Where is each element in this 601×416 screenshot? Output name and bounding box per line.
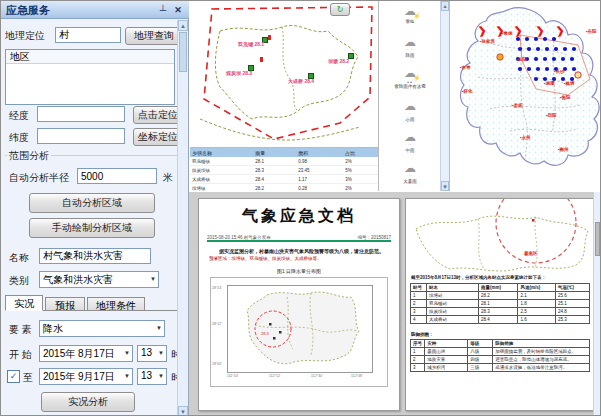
doc-meta-date: 2015-08-20 15:46 村气象台发布 [207,235,271,240]
city-label: ▪邵阳 [546,113,557,118]
geo-locate-label: 地理定位 [5,29,45,43]
rain-station-dot [543,57,547,61]
latitude-input[interactable] [37,128,125,144]
rain-station-dot [536,47,540,51]
table-row[interactable]: 双凫铺镇28.10.982% [190,157,378,166]
city-label: ▪益阳 [516,57,527,62]
y-tick: 28°12' [212,322,222,326]
station-label: 煤炭坝 28.3 [226,70,252,76]
rain-station-dot [527,67,531,71]
pin-icon[interactable]: ┴ [157,4,169,16]
table-row[interactable]: 坝塘镇28.20.282% [190,184,378,193]
type-select[interactable]: 气象和洪水灾害▼ [39,271,159,288]
document-preview-area: 气象应急文档 2015-08-20 15:46 村气象台发布 编号：201508… [189,192,601,416]
start-date-select[interactable]: 2015年 8月17日▼ [39,345,133,362]
legend-scrollbar[interactable]: ▲ ▼ [440,1,449,191]
region-listbox[interactable]: 地区 [5,49,175,105]
doc-note-line: 截至2015年8月17日13时，分析区域内各站点实况要素统计如下表： [411,275,589,280]
local-map-canvas [190,1,378,147]
scroll-down-icon[interactable]: ▼ [178,406,188,416]
local-map-table[interactable]: 乡镇名称 雨量 面积 占比 双凫铺镇28.10.982% 煤炭坝镇28.323.… [190,147,378,192]
document-scrollbar[interactable] [593,192,601,416]
table-row[interactable]: 煤炭坝镇28.323.455% [190,166,378,175]
start-label: 开 始 [9,348,32,362]
scroll-up-icon[interactable]: ▲ [178,20,188,31]
document-scroll-thumb[interactable] [595,222,600,256]
rain-station-dot [543,37,547,41]
thunder-cloud-icon: ☁⚡ [379,5,441,18]
chevron-down-icon: ▼ [150,276,156,282]
coord-locate-button[interactable]: 坐标定位 [133,128,183,146]
end-date-select[interactable]: 2015年 9月17日▼ [39,368,133,385]
panel-scroll-thumb[interactable] [179,32,187,72]
col-area: 面积 [296,148,343,157]
range-group-label: 范围分析 [7,149,51,163]
start-hour-select[interactable]: 13▼ [137,345,167,362]
chevron-down-icon: ▼ [158,373,164,379]
scroll-down-icon[interactable]: ▼ [441,181,449,191]
latitude-label: 纬度 [9,131,29,145]
x-tick: 112°48' [351,374,363,378]
radius-input[interactable] [77,168,157,184]
table-row[interactable]: 大成桥镇28.41.173% [190,175,378,184]
document-page-2: 暴雨区 截至2015年8月17日13时，分析区域内各站点实况要素统计如下表： 站… [405,198,595,411]
chevron-down-icon: ▼ [156,325,162,331]
tab-live[interactable]: 实况 [5,295,43,311]
auto-analyze-area-button[interactable]: 自动分析区域 [29,193,155,213]
geo-locate-input[interactable] [55,27,121,43]
city-label: ▪永州 [520,135,531,140]
tab-forecast[interactable]: 预报 [45,297,85,311]
y-tick: 28°24' [212,286,222,290]
rain-station-dot [525,37,529,41]
click-locate-button[interactable]: 点击定位 [133,106,183,124]
tab-geo-condition[interactable]: 地理条件 [87,297,145,311]
longitude-input[interactable] [37,106,125,122]
live-analyze-button[interactable]: 实况分析 [41,392,135,412]
province-map[interactable]: ▪岳阳 ▪常德 ▪张家界 ▪吉首 ▪怀化 ▪益阳 ▪长沙 ▪株洲 ▪湘潭 ▪娄底… [449,1,601,191]
rain-station-dot [534,57,538,61]
close-icon[interactable]: ✕ [172,4,184,16]
city-label: ▪吉首 [460,65,471,70]
legend-item: ☁'' 中雨 [379,131,441,153]
city-label: ▪长沙 [554,69,565,74]
panel-title: 应急服务 [6,3,50,18]
wind-chevron-icon: ❯ [495,24,505,36]
panel-titlebar[interactable]: 应急服务 ┴ ✕ [1,1,189,19]
geo-query-button[interactable]: 地理查询 [125,27,183,45]
end-checkbox[interactable]: ✓ [7,370,20,383]
region-list-header[interactable]: 地区 [6,50,174,64]
radius-unit: 米 [163,171,173,185]
weather-legend: ☁⚡ 雷电 ☁' ' 阵雨 ☁⚡▴▴ 雷阵雨伴有冰雹 ☁' 小雨 ☁'' 中雨 … [378,1,449,191]
station-flag-icon [268,35,271,40]
city-label: ▪衡阳 [560,95,571,100]
element-label: 要 素 [9,323,32,337]
table-row: 2双凫铺站28.11.825.1 [411,300,590,308]
station-label: 大成桥 28.4 [288,78,314,84]
wind-chevron-icon: ❯ [477,24,487,36]
end-hour-select[interactable]: 13▼ [137,368,167,385]
thunder-hail-icon: ☁⚡ [379,67,441,80]
name-label: 名称 [9,251,29,265]
table-header-row: 乡镇名称 雨量 面积 占比 [190,148,378,157]
emergency-service-window: 应急服务 ┴ ✕ 地理定位 地理查询 地区 经度 点击定位 纬度 坐标定位 范围… [0,0,601,416]
panel-scrollbar[interactable]: ▲ ▼ [177,20,188,416]
scroll-up-icon[interactable]: ▲ [441,1,449,11]
wind-chevron-icon: ❯ [555,24,565,36]
col-rainfall: 雨量 [253,148,296,157]
col-town-name: 乡镇名称 [190,148,253,157]
x-tick: 111°54' [227,374,238,378]
doc-title-rule [207,240,391,242]
warning-region-label: 暴雨区 [524,251,538,256]
rain-station-dot [545,47,549,51]
map-refresh-button[interactable]: ↻ [330,3,350,16]
rain-station-dot [572,67,576,71]
rain-station-dot [527,47,531,51]
rain-station-dot [545,67,549,71]
manual-draw-area-button[interactable]: 手动绘制分析区域 [29,218,155,238]
rain-station-dot [552,37,556,41]
element-select[interactable]: 降水▼ [39,320,165,337]
local-map[interactable]: ↻ 双凫铺 28.1 煤炭坝 28.3 大成桥 28.4 坝塘 28.2 [190,1,378,147]
name-input[interactable] [39,248,151,264]
township-boundary-line [282,27,298,111]
x-tick: 112°30' [311,374,323,378]
